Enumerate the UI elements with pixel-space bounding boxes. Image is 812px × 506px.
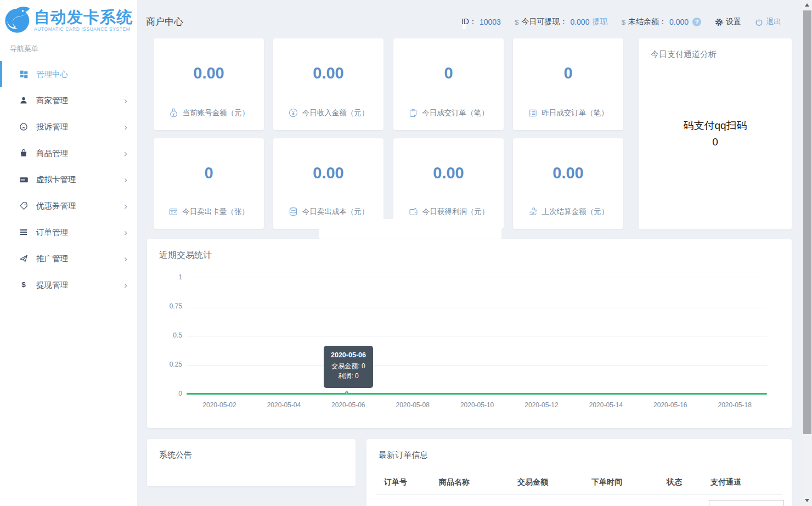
sidebar-item-label: 虚拟卡管理: [36, 175, 76, 185]
x-axis-tick: 2020-05-18: [718, 401, 751, 409]
dollar-icon: $: [515, 18, 519, 26]
sidebar-item-label: 商家管理: [36, 95, 68, 106]
announcement-title: 系统公告: [159, 450, 192, 460]
stat-value: 0: [154, 164, 264, 182]
payment-channel-panel: 今日支付通道分析 码支付qq扫码 0: [639, 38, 792, 229]
sidebar-item-1[interactable]: 商家管理›: [0, 87, 137, 114]
chevron-right-icon: ›: [124, 122, 127, 132]
y-axis-tick: 0: [151, 390, 182, 397]
bag-icon: [19, 148, 29, 158]
chart-hover-marker[interactable]: [345, 391, 348, 395]
svg-text:$: $: [21, 280, 26, 289]
stat-label: 今日卖出成本（元）: [302, 207, 369, 217]
unsettled-label: 未结余额：: [628, 17, 667, 27]
y-axis-tick: 0.5: [151, 331, 182, 339]
orders-column-header: 状态: [667, 477, 682, 487]
channel-panel-title: 今日支付通道分析: [651, 49, 717, 60]
y-axis-tick: 1: [151, 273, 182, 281]
gear-icon: [715, 18, 723, 26]
stat-label: 今日成交订单（笔）: [422, 108, 489, 118]
sidebar-item-2[interactable]: 投诉管理›: [0, 114, 137, 140]
stat-card-2: 0今日成交订单（笔）: [393, 38, 504, 130]
hand-coins-icon: [528, 206, 538, 217]
tooltip-profit: 利润: 0: [324, 371, 373, 381]
latest-orders-panel: 最新订单信息 订单号商品名称交易金额下单时间状态支付通道: [366, 439, 792, 506]
swirl-bird-icon: [3, 5, 33, 35]
logout-label: 退出: [766, 17, 781, 27]
yen-circle-icon: [288, 108, 298, 118]
stat-card-4: 0今日卖出卡量（张）: [154, 138, 264, 229]
chevron-right-icon: ›: [124, 96, 127, 105]
stat-value: 0.00: [513, 164, 623, 182]
chevron-right-icon: ›: [124, 280, 127, 290]
chevron-right-icon: ›: [124, 228, 127, 237]
credit-card-icon: [19, 175, 29, 184]
sidebar-item-3[interactable]: 商品管理›: [0, 140, 137, 166]
logout-button[interactable]: 退出: [755, 17, 781, 27]
sidebar-item-4[interactable]: 虚拟卡管理›: [0, 166, 137, 193]
paper-plane-icon: [19, 254, 29, 263]
dollar-icon: $: [19, 280, 29, 290]
sidebar-item-6[interactable]: 订单管理›: [0, 219, 137, 245]
chart-line-series[interactable]: [187, 393, 767, 395]
scroll-up-arrow-icon[interactable]: [805, 3, 809, 7]
stat-label: 今日收入金额（元）: [302, 108, 369, 118]
x-axis-tick: 2020-05-06: [331, 401, 365, 409]
sidebar-item-0[interactable]: 管理中心: [0, 61, 137, 87]
sidebar-item-8[interactable]: $提现管理›: [0, 272, 137, 298]
power-icon: [755, 18, 763, 26]
orders-column-header: 下单时间: [591, 477, 622, 487]
orders-column-header: 交易金额: [517, 477, 548, 487]
orders-title: 最新订单信息: [379, 450, 428, 460]
brand-logo[interactable]: 自动发卡系统 AUTOMATIC CARD ISSUANCE SYSTEM: [3, 3, 137, 37]
settings-button[interactable]: 设置: [715, 17, 741, 27]
channel-center-label: 码支付qq扫码 0: [639, 117, 792, 150]
stat-value: 0.00: [273, 164, 384, 182]
chart-tooltip: 2020-05-06 交易金额: 0 利润: 0: [324, 346, 373, 388]
card-grid-icon: [168, 207, 178, 217]
withdrawable-label: 今日可提现：: [521, 17, 567, 27]
x-axis-tick: 2020-05-08: [396, 401, 429, 409]
help-badge[interactable]: ?: [692, 18, 701, 26]
gridline: [187, 307, 767, 307]
grid-icon: [19, 69, 29, 79]
withdraw-link[interactable]: 提现: [592, 17, 607, 27]
coupon-icon: [19, 201, 29, 211]
chevron-right-icon: ›: [124, 175, 127, 184]
sidebar: 自动发卡系统 AUTOMATIC CARD ISSUANCE SYSTEM 导航…: [0, 0, 137, 506]
sidebar-item-5[interactable]: 优惠券管理›: [0, 193, 137, 219]
page-title: 商户中心: [146, 15, 183, 28]
stat-card-3: 0昨日成交订单（笔）: [513, 38, 623, 130]
orders-column-header: 商品名称: [439, 477, 470, 487]
clipboard-icon: [408, 108, 418, 118]
orders-column-header: 支付通道: [710, 477, 741, 487]
stat-card-1: 0.00今日收入金额（元）: [273, 38, 384, 130]
sidebar-menu: 管理中心商家管理›投诉管理›商品管理›虚拟卡管理›优惠券管理›订单管理›推广管理…: [0, 61, 137, 298]
sidebar-item-7[interactable]: 推广管理›: [0, 245, 137, 272]
chevron-right-icon: ›: [124, 254, 127, 263]
merchant-id-group: ID： 10003: [461, 17, 501, 27]
chart-title: 近期交易统计: [159, 250, 212, 261]
unsettled-value: 0.000: [669, 18, 689, 26]
x-axis-tick: 2020-05-14: [589, 401, 623, 409]
sidebar-item-label: 商品管理: [36, 148, 68, 159]
sidebar-item-label: 推广管理: [36, 254, 68, 264]
scroll-down-arrow-icon[interactable]: [805, 499, 809, 502]
y-axis-tick: 0.75: [151, 302, 182, 310]
vertical-scrollbar[interactable]: [803, 0, 812, 506]
y-axis-tick: 0.25: [151, 361, 182, 368]
empty-state-box: [709, 500, 784, 506]
active-indicator: [0, 61, 2, 87]
list-alt-icon: [528, 108, 538, 118]
sidebar-item-label: 提现管理: [36, 280, 68, 290]
scrollbar-thumb[interactable]: [803, 10, 811, 434]
brand-tagline: AUTOMATIC CARD ISSUANCE SYSTEM: [34, 26, 133, 32]
withdrawable-group: $ 今日可提现： 0.000 提现: [515, 17, 608, 27]
topbar-right: ID： 10003 $ 今日可提现： 0.000 提现 $ 未结余额： 0.00…: [473, 17, 781, 27]
stat-label: 昨日成交订单（笔）: [542, 108, 608, 118]
channel-value: 0: [639, 134, 792, 150]
x-axis-tick: 2020-05-12: [525, 401, 558, 409]
settings-label: 设置: [726, 17, 741, 27]
withdrawable-value: 0.000: [570, 18, 589, 26]
gridline: [187, 278, 767, 278]
